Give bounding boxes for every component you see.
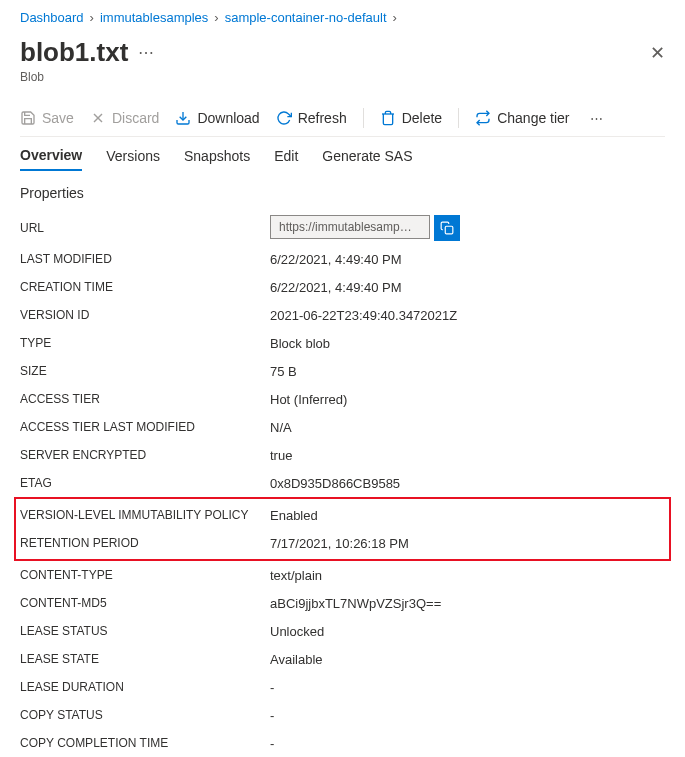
property-row: COPY COMPLETION TIME- bbox=[20, 729, 665, 757]
property-label: VERSION ID bbox=[20, 308, 270, 322]
property-label: ETAG bbox=[20, 476, 270, 490]
delete-button[interactable]: Delete bbox=[380, 110, 442, 126]
property-row: SERVER ENCRYPTEDtrue bbox=[20, 441, 665, 469]
properties-list: URL https://immutablesamp… LAST MODIFIED… bbox=[20, 211, 665, 757]
change-tier-button[interactable]: Change tier bbox=[475, 110, 569, 126]
property-row: VERSION ID2021-06-22T23:49:40.3472021Z bbox=[20, 301, 665, 329]
discard-button: Discard bbox=[90, 110, 159, 126]
svg-rect-3 bbox=[445, 226, 453, 234]
change-tier-icon bbox=[475, 110, 491, 126]
delete-icon bbox=[380, 110, 396, 126]
property-label: CONTENT-MD5 bbox=[20, 596, 270, 610]
toolbar-separator bbox=[363, 108, 364, 128]
property-label: LEASE DURATION bbox=[20, 680, 270, 694]
highlighted-properties: VERSION-LEVEL IMMUTABILITY POLICYEnabled… bbox=[14, 497, 671, 561]
refresh-icon bbox=[276, 110, 292, 126]
property-label: CREATION TIME bbox=[20, 280, 270, 294]
page-title: blob1.txt bbox=[20, 37, 128, 68]
property-row: ETAG0x8D935D866CB9585 bbox=[20, 469, 665, 497]
section-header-properties: Properties bbox=[20, 185, 665, 201]
property-label: LEASE STATUS bbox=[20, 624, 270, 638]
chevron-right-icon: › bbox=[214, 10, 218, 25]
download-icon bbox=[175, 110, 191, 126]
tab-generate-sas[interactable]: Generate SAS bbox=[322, 148, 412, 170]
property-row: LEASE STATUSUnlocked bbox=[20, 617, 665, 645]
property-value: text/plain bbox=[270, 568, 322, 583]
property-label: LEASE STATE bbox=[20, 652, 270, 666]
tab-edit[interactable]: Edit bbox=[274, 148, 298, 170]
chevron-right-icon: › bbox=[90, 10, 94, 25]
property-value: 2021-06-22T23:49:40.3472021Z bbox=[270, 308, 457, 323]
property-value: Block blob bbox=[270, 336, 330, 351]
property-label: CONTENT-TYPE bbox=[20, 568, 270, 582]
property-row: COPY STATUS- bbox=[20, 701, 665, 729]
property-label: URL bbox=[20, 221, 270, 235]
property-value: Hot (Inferred) bbox=[270, 392, 347, 407]
property-row: CONTENT-MD5aBCi9jjbxTL7NWpVZSjr3Q== bbox=[20, 589, 665, 617]
property-row: TYPEBlock blob bbox=[20, 329, 665, 357]
property-label: ACCESS TIER LAST MODIFIED bbox=[20, 420, 270, 434]
breadcrumb-item[interactable]: immutablesamples bbox=[100, 10, 208, 25]
property-label: COPY COMPLETION TIME bbox=[20, 736, 270, 750]
tab-bar: Overview Versions Snapshots Edit Generat… bbox=[20, 147, 665, 171]
property-row: ACCESS TIERHot (Inferred) bbox=[20, 385, 665, 413]
property-value: 7/17/2021, 10:26:18 PM bbox=[270, 536, 409, 551]
property-value: Unlocked bbox=[270, 624, 324, 639]
toolbar-more-button[interactable]: ⋯ bbox=[586, 111, 604, 126]
property-label: LAST MODIFIED bbox=[20, 252, 270, 266]
url-field[interactable]: https://immutablesamp… bbox=[270, 215, 430, 239]
tab-overview[interactable]: Overview bbox=[20, 147, 82, 171]
tab-snapshots[interactable]: Snapshots bbox=[184, 148, 250, 170]
property-row: CONTENT-TYPEtext/plain bbox=[20, 561, 665, 589]
toolbar: Save Discard Download Refresh Delete Cha… bbox=[20, 100, 665, 137]
property-label: COPY STATUS bbox=[20, 708, 270, 722]
page-subtitle: Blob bbox=[20, 70, 665, 84]
breadcrumb-item[interactable]: Dashboard bbox=[20, 10, 84, 25]
property-value: aBCi9jjbxTL7NWpVZSjr3Q== bbox=[270, 596, 441, 611]
property-label: SERVER ENCRYPTED bbox=[20, 448, 270, 462]
property-row: LEASE STATEAvailable bbox=[20, 645, 665, 673]
close-button[interactable]: ✕ bbox=[650, 42, 665, 64]
property-row: LAST MODIFIED6/22/2021, 4:49:40 PM bbox=[20, 245, 665, 273]
property-value: - bbox=[270, 680, 274, 695]
property-value: 0x8D935D866CB9585 bbox=[270, 476, 400, 491]
download-button[interactable]: Download bbox=[175, 110, 259, 126]
property-row: RETENTION PERIOD7/17/2021, 10:26:18 PM bbox=[20, 529, 665, 557]
copy-icon bbox=[440, 221, 454, 235]
property-value: 6/22/2021, 4:49:40 PM bbox=[270, 280, 402, 295]
property-row: ACCESS TIER LAST MODIFIEDN/A bbox=[20, 413, 665, 441]
copy-url-button[interactable] bbox=[434, 215, 460, 241]
property-label: ACCESS TIER bbox=[20, 392, 270, 406]
property-value: - bbox=[270, 708, 274, 723]
property-value: Available bbox=[270, 652, 323, 667]
property-row: SIZE75 B bbox=[20, 357, 665, 385]
discard-icon bbox=[90, 110, 106, 126]
property-value: true bbox=[270, 448, 292, 463]
property-row: CREATION TIME6/22/2021, 4:49:40 PM bbox=[20, 273, 665, 301]
property-label: RETENTION PERIOD bbox=[20, 536, 270, 550]
breadcrumb-item[interactable]: sample-container-no-default bbox=[225, 10, 387, 25]
tab-versions[interactable]: Versions bbox=[106, 148, 160, 170]
property-value: Enabled bbox=[270, 508, 318, 523]
property-value: - bbox=[270, 736, 274, 751]
breadcrumb: Dashboard › immutablesamples › sample-co… bbox=[20, 10, 665, 25]
chevron-right-icon: › bbox=[393, 10, 397, 25]
property-row: LEASE DURATION- bbox=[20, 673, 665, 701]
property-label: SIZE bbox=[20, 364, 270, 378]
property-value: N/A bbox=[270, 420, 292, 435]
save-icon bbox=[20, 110, 36, 126]
save-button: Save bbox=[20, 110, 74, 126]
property-label: TYPE bbox=[20, 336, 270, 350]
property-label: VERSION-LEVEL IMMUTABILITY POLICY bbox=[20, 508, 270, 522]
refresh-button[interactable]: Refresh bbox=[276, 110, 347, 126]
toolbar-separator bbox=[458, 108, 459, 128]
property-value: 75 B bbox=[270, 364, 297, 379]
property-value: 6/22/2021, 4:49:40 PM bbox=[270, 252, 402, 267]
property-row: VERSION-LEVEL IMMUTABILITY POLICYEnabled bbox=[20, 501, 665, 529]
more-icon[interactable]: ⋯ bbox=[138, 43, 155, 62]
